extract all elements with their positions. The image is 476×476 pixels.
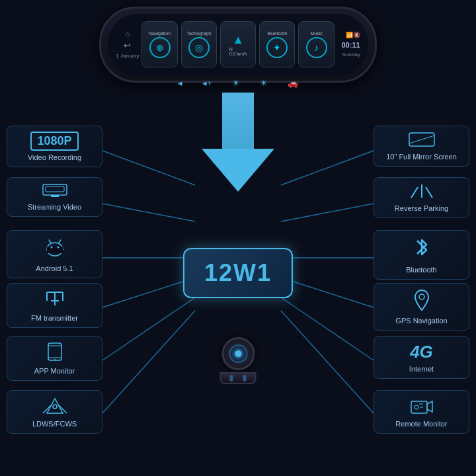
camera-lens (229, 344, 247, 363)
drive-icon: 🚗 (288, 78, 298, 88)
svg-line-32 (59, 405, 67, 413)
remote-icon (410, 396, 434, 417)
tach-icon: ◎ (188, 37, 210, 58)
mount-pin-left (229, 375, 233, 381)
svg-line-20 (59, 240, 61, 243)
ldws-icon (42, 396, 68, 417)
4g-icon: 4G (410, 342, 433, 362)
vol-up-icon: ◂+ (202, 78, 212, 88)
svg-line-31 (43, 405, 51, 413)
feature-ldws: LDWS/FCWS (7, 390, 102, 434)
bluetooth-icon (413, 236, 431, 263)
parking-label: Reverse Parking (395, 204, 448, 212)
mirror-apps: Navigation ⊕ Tachograph ◎ ▲ N0.0 km/h Bl… (141, 21, 334, 67)
mirror-day: Sunday (342, 52, 360, 58)
feature-streaming: Streaming Video (7, 177, 102, 217)
camera-mount (220, 372, 257, 384)
mirror-controls: ◂ ◂+ ☀ ☀ 🚗 (178, 78, 298, 88)
svg-rect-39 (411, 401, 427, 413)
center-label-text: 12W1 (204, 259, 272, 286)
nav-arrow-icon: ▲ (232, 33, 244, 47)
tach-label: Tachograph (187, 31, 212, 36)
mount-pin-right (243, 375, 247, 381)
camera-dot (235, 350, 241, 357)
mirror-app-bluetooth[interactable]: Bluetooth ✦ (259, 21, 295, 67)
svg-line-19 (49, 240, 51, 243)
app-icon (44, 342, 65, 364)
svg-line-1 (102, 204, 195, 221)
back-icon: ↩ (124, 40, 131, 50)
feature-android: Android 5.1 (7, 230, 102, 278)
feature-remote: Remote Monitor (374, 390, 469, 434)
svg-point-38 (419, 294, 424, 299)
signal-icons: 📶🔇 (346, 32, 360, 38)
svg-point-29 (54, 359, 56, 360)
feature-fm: FM transmitter (7, 283, 102, 328)
app-label: APP Monitor (34, 367, 75, 375)
svg-point-30 (53, 405, 57, 409)
streaming-icon (42, 183, 68, 200)
bluetooth-label: Bluetooth (406, 266, 436, 274)
svg-line-9 (281, 278, 374, 307)
svg-rect-16 (47, 247, 63, 253)
svg-line-35 (411, 187, 418, 198)
bt-icon: ✦ (266, 37, 288, 58)
svg-line-37 (426, 187, 432, 198)
mirror-right-panel: 📶🔇 00:11 Sunday (337, 32, 360, 58)
ldws-label: LDWS/FCWS (32, 420, 77, 428)
center-label: 12W1 (183, 248, 293, 298)
camera-body (221, 337, 255, 370)
feature-internet: 4G Internet (374, 336, 469, 379)
music-label: Music (310, 31, 322, 36)
feature-1080p: 1080P Video Recording (7, 126, 102, 167)
mirror-date: 1 January (116, 53, 139, 59)
svg-marker-40 (427, 401, 432, 412)
internet-label: Internet (409, 365, 434, 373)
svg-rect-13 (46, 186, 64, 192)
music-icon: ♪ (306, 37, 327, 58)
bt-label: Bluetooth (268, 31, 288, 36)
svg-point-41 (415, 405, 418, 409)
parking-icon (408, 183, 436, 202)
streaming-label: Streaming Video (28, 203, 81, 211)
gps-label: GPS Navigation (395, 317, 447, 325)
brightness2-icon: ☀ (260, 78, 268, 88)
fm-label: FM transmitter (31, 314, 78, 322)
mirror-time: 00:11 (342, 41, 360, 49)
nav-icon: ⊕ (149, 37, 171, 58)
svg-point-18 (57, 247, 59, 249)
feature-app: APP Monitor (7, 336, 102, 381)
svg-line-4 (102, 298, 195, 360)
mirror-screen-label: 10" Full Mirror Screen (386, 153, 457, 161)
mirror-screen-icon (408, 132, 436, 150)
home-icon: ⌂ (126, 30, 130, 38)
svg-line-34 (409, 136, 434, 143)
feature-parking: Reverse Parking (374, 177, 469, 218)
mirror-app-tachograph[interactable]: Tachograph ◎ (181, 21, 217, 67)
svg-line-6 (281, 151, 374, 185)
speed-display: N0.0 km/h (229, 47, 247, 56)
down-arrow (202, 93, 274, 192)
mirror-app-music[interactable]: Music ♪ (298, 21, 334, 67)
android-icon (44, 236, 65, 262)
gps-icon (413, 289, 431, 314)
feature-gps: GPS Navigation (374, 283, 469, 331)
svg-rect-12 (43, 184, 67, 195)
remote-label: Remote Monitor (395, 420, 447, 428)
svg-line-7 (281, 204, 374, 221)
android-label: Android 5.1 (36, 264, 73, 272)
svg-line-3 (102, 278, 195, 307)
svg-line-10 (281, 298, 374, 360)
svg-point-17 (50, 247, 52, 249)
nav-label: Navigation (149, 31, 171, 36)
svg-line-11 (281, 311, 374, 413)
vol-down-icon: ◂ (178, 78, 182, 88)
feature-bluetooth: Bluetooth (374, 230, 469, 280)
feature-mirror-screen: 10" Full Mirror Screen (374, 126, 469, 167)
1080p-icon: 1080P (30, 132, 78, 151)
1080p-label: Video Recording (28, 153, 81, 161)
mirror-app-navigation[interactable]: Navigation ⊕ (141, 21, 177, 67)
fm-icon (43, 289, 67, 311)
mirror-device: ⌂ ↩ 1 January Navigation ⊕ Tachograph ◎ … (99, 7, 377, 83)
camera-device (220, 337, 257, 384)
